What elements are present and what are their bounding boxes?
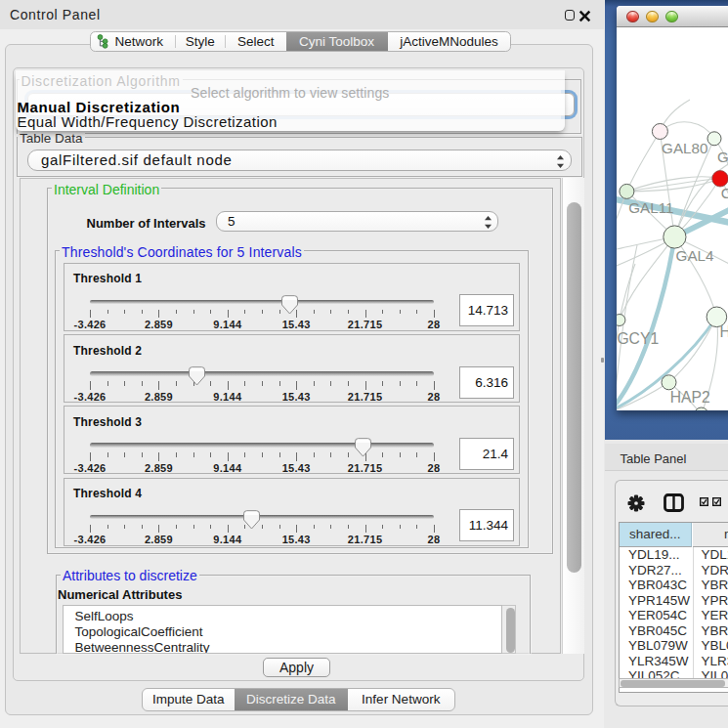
svg-text:C...: C... <box>721 184 728 200</box>
svg-text:HAP2: HAP2 <box>670 389 710 406</box>
svg-text:GAL4: GAL4 <box>676 247 714 264</box>
svg-text:GAL80: GAL80 <box>662 140 707 156</box>
svg-text:GCY1: GCY1 <box>617 330 659 347</box>
svg-text:H...: H... <box>720 322 728 339</box>
svg-text:GAL11: GAL11 <box>628 199 673 216</box>
svg-text:G...: G... <box>717 148 728 164</box>
